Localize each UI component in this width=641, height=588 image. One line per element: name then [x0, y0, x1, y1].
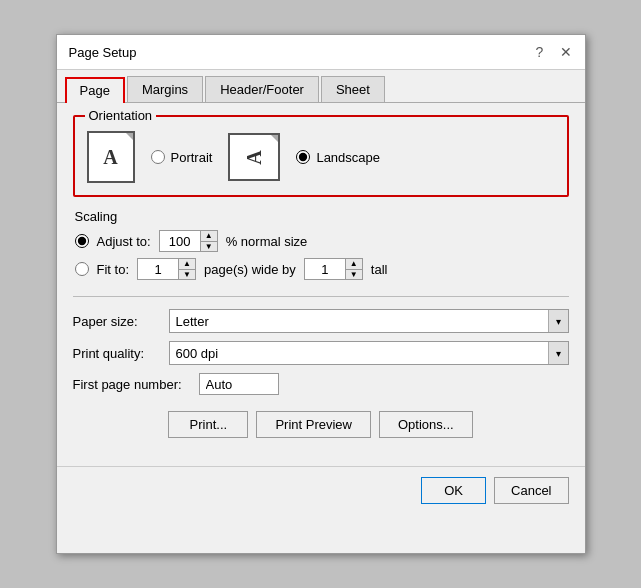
print-quality-arrow: ▾	[548, 342, 568, 364]
dialog-content: Orientation A Portrait A	[57, 103, 585, 450]
paper-size-value: Letter	[176, 314, 562, 329]
adjust-input[interactable]	[160, 231, 200, 251]
dialog-footer: OK Cancel	[57, 466, 585, 516]
print-preview-button[interactable]: Print Preview	[256, 411, 371, 438]
first-page-row: First page number:	[73, 373, 569, 395]
separator-1	[73, 296, 569, 297]
tab-header-footer[interactable]: Header/Footer	[205, 76, 319, 102]
close-button[interactable]: ✕	[555, 41, 577, 63]
help-button[interactable]: ?	[529, 41, 551, 63]
cancel-button[interactable]: Cancel	[494, 477, 568, 504]
print-quality-row: Print quality: 600 dpi ▾	[73, 341, 569, 365]
adjust-radio[interactable]	[75, 234, 89, 248]
first-page-input[interactable]	[199, 373, 279, 395]
action-button-row: Print... Print Preview Options...	[73, 411, 569, 438]
fit-pages-up-btn[interactable]: ▲	[179, 259, 195, 269]
tab-bar: Page Margins Header/Footer Sheet	[57, 70, 585, 103]
paper-size-dropdown[interactable]: Letter ▾	[169, 309, 569, 333]
scaling-label: Scaling	[75, 209, 569, 224]
adjust-up-btn[interactable]: ▲	[201, 231, 217, 241]
tab-margins[interactable]: Margins	[127, 76, 203, 102]
title-controls: ? ✕	[529, 41, 577, 63]
adjust-label: Adjust to:	[97, 234, 151, 249]
fit-pages-unit: page(s) wide by	[204, 262, 296, 277]
print-quality-label: Print quality:	[73, 346, 163, 361]
fit-tall-spinner-buttons: ▲ ▼	[345, 259, 362, 279]
fit-tall-input[interactable]	[305, 259, 345, 279]
landscape-icon: A	[228, 133, 280, 181]
scaling-section: Scaling Adjust to: ▲ ▼ % normal size	[73, 209, 569, 280]
fit-pages-spinner-buttons: ▲ ▼	[178, 259, 195, 279]
tab-page[interactable]: Page	[65, 77, 125, 103]
fit-label: Fit to:	[97, 262, 130, 277]
orientation-group: Orientation A Portrait A	[73, 115, 569, 197]
adjust-unit: % normal size	[226, 234, 308, 249]
portrait-icon: A	[87, 131, 135, 183]
adjust-down-btn[interactable]: ▼	[201, 241, 217, 251]
fit-tall-unit: tall	[371, 262, 388, 277]
first-page-label: First page number:	[73, 377, 193, 392]
fit-pages-spinner[interactable]: ▲ ▼	[137, 258, 196, 280]
adjust-spinner-buttons: ▲ ▼	[200, 231, 217, 251]
landscape-radio[interactable]	[296, 150, 310, 164]
print-quality-dropdown[interactable]: 600 dpi ▾	[169, 341, 569, 365]
fit-pages-input[interactable]	[138, 259, 178, 279]
paper-size-row: Paper size: Letter ▾	[73, 309, 569, 333]
orientation-label: Orientation	[85, 108, 157, 123]
options-button[interactable]: Options...	[379, 411, 473, 438]
orientation-row: A Portrait A Landscape	[87, 127, 555, 183]
tab-sheet[interactable]: Sheet	[321, 76, 385, 102]
print-quality-value: 600 dpi	[176, 346, 562, 361]
fit-to-row: Fit to: ▲ ▼ page(s) wide by ▲ ▼ ta	[75, 258, 569, 280]
adjust-to-row: Adjust to: ▲ ▼ % normal size	[75, 230, 569, 252]
title-bar: Page Setup ? ✕	[57, 35, 585, 70]
landscape-option[interactable]: Landscape	[296, 150, 380, 165]
paper-size-label: Paper size:	[73, 314, 163, 329]
portrait-option[interactable]: Portrait	[151, 150, 213, 165]
print-button[interactable]: Print...	[168, 411, 248, 438]
fit-pages-down-btn[interactable]: ▼	[179, 269, 195, 279]
fit-radio[interactable]	[75, 262, 89, 276]
portrait-radio[interactable]	[151, 150, 165, 164]
ok-button[interactable]: OK	[421, 477, 486, 504]
paper-size-arrow: ▾	[548, 310, 568, 332]
fit-tall-spinner[interactable]: ▲ ▼	[304, 258, 363, 280]
fit-tall-up-btn[interactable]: ▲	[346, 259, 362, 269]
dialog-title: Page Setup	[69, 45, 137, 60]
fit-option[interactable]	[75, 262, 89, 276]
adjust-option[interactable]	[75, 234, 89, 248]
adjust-spinner[interactable]: ▲ ▼	[159, 230, 218, 252]
page-setup-dialog: Page Setup ? ✕ Page Margins Header/Foote…	[56, 34, 586, 554]
fit-tall-down-btn[interactable]: ▼	[346, 269, 362, 279]
